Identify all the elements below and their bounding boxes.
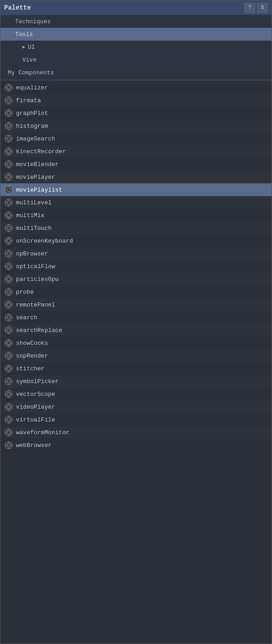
item-label: imageSearch [16,135,55,142]
item-label: kinectRecorder [16,148,66,155]
node-icon [4,236,13,245]
node-icon [4,326,13,335]
list-item[interactable]: imageSearch [0,132,272,145]
list-item[interactable]: virtualFile [0,413,272,426]
node-icon [4,185,13,194]
node-icon [4,160,13,169]
list-item[interactable]: vectorScope [0,388,272,400]
node-icon [4,390,13,399]
svg-point-108 [5,314,12,321]
svg-point-156 [5,416,12,423]
list-item[interactable]: movieBlender [0,158,272,171]
node-icon [4,121,13,130]
svg-point-126 [5,352,12,359]
palette-window: Palette ? X Techniques Tools ▶ UI Vive M… [0,0,272,644]
list-item[interactable]: graphPlot [0,107,272,119]
list-item[interactable]: showCooks [0,337,272,349]
item-label: showCooks [16,340,48,347]
node-icon [4,96,13,105]
item-label: vectorScope [16,391,55,398]
nav-item-my-components[interactable]: My Components [0,66,272,79]
node-icon [4,364,13,373]
components-list[interactable]: equalizerfirmatagraphPlothistogramimageS… [0,81,272,644]
item-label: searchReplace [16,327,62,334]
svg-point-114 [5,327,12,334]
node-icon [4,313,13,322]
list-item[interactable]: onScreenKeyboard [0,234,272,247]
nav-item-ui[interactable]: ▶ UI [0,41,272,53]
list-item[interactable]: opBrowser [0,247,272,260]
node-icon [4,223,13,233]
item-label: symbolPicker [16,378,59,385]
node-icon [4,262,13,271]
node-icon [4,415,13,424]
node-icon [4,172,13,182]
list-item[interactable]: symbolPicker [0,375,272,388]
svg-point-42 [5,173,12,181]
list-item[interactable]: moviePlayer [0,171,272,183]
svg-point-78 [5,250,12,257]
node-icon [4,83,13,92]
svg-point-54 [5,199,12,206]
list-item[interactable]: multiMix [0,209,272,222]
node-icon [4,377,13,386]
list-item[interactable]: kinectRecorder [0,145,272,158]
close-button[interactable]: X [257,3,268,13]
list-item[interactable]: equalizer [0,81,272,94]
item-label: firmata [16,97,41,104]
node-icon [4,351,13,360]
nav-item-tools-label: Tools [15,31,33,38]
list-item[interactable]: searchReplace [0,324,272,337]
list-item[interactable]: opticalFlow [0,260,272,273]
svg-point-24 [5,135,12,142]
item-label: onScreenKeyboard [16,238,73,244]
item-label: multiMix [16,212,44,219]
svg-point-48 [5,186,12,193]
svg-point-6 [5,97,12,104]
list-item[interactable]: webBrowser [0,439,272,452]
list-item[interactable]: videoPlayer [0,400,272,413]
svg-point-168 [5,441,12,449]
list-item[interactable]: multiTouch [0,222,272,234]
svg-point-120 [5,339,12,347]
list-item[interactable]: search [0,311,272,324]
nav-item-my-components-label: My Components [8,69,54,76]
nav-section: Techniques Tools ▶ UI Vive My Components [0,15,272,81]
node-icon [4,428,13,437]
nav-item-tools[interactable]: Tools [0,28,272,41]
svg-point-36 [5,161,12,168]
list-item[interactable]: remotePanel [0,298,272,311]
svg-point-0 [5,84,12,91]
item-label: particlesGpu [16,276,59,283]
nav-item-ui-label: UI [28,44,35,51]
svg-point-60 [5,212,12,219]
svg-point-96 [5,288,12,296]
svg-point-162 [5,429,12,436]
svg-point-30 [5,148,12,155]
title-bar: Palette ? X [0,0,272,15]
node-icon [4,211,13,220]
list-item[interactable]: waveformMonitor [0,426,272,439]
svg-point-66 [5,224,12,232]
list-item[interactable]: moviePlaylist [0,183,272,196]
list-item[interactable]: histogram [0,119,272,132]
help-button[interactable]: ? [244,3,255,13]
node-icon [4,402,13,411]
list-item[interactable]: multiLevel [0,196,272,209]
item-label: probe [16,289,34,296]
nav-item-techniques[interactable]: Techniques [0,15,272,28]
node-icon [4,275,13,284]
node-icon [4,287,13,296]
node-icon [4,441,13,450]
list-item[interactable]: particlesGpu [0,273,272,286]
list-item[interactable]: sopRender [0,349,272,362]
nav-item-vive[interactable]: Vive [0,53,272,66]
node-icon [4,249,13,258]
list-item[interactable]: probe [0,286,272,298]
list-item[interactable]: firmata [0,94,272,107]
node-icon [4,109,13,118]
item-label: moviePlayer [16,174,55,181]
list-item[interactable]: stitcher [0,362,272,375]
item-label: moviePlaylist [16,187,62,193]
item-label: remotePanel [16,301,55,308]
